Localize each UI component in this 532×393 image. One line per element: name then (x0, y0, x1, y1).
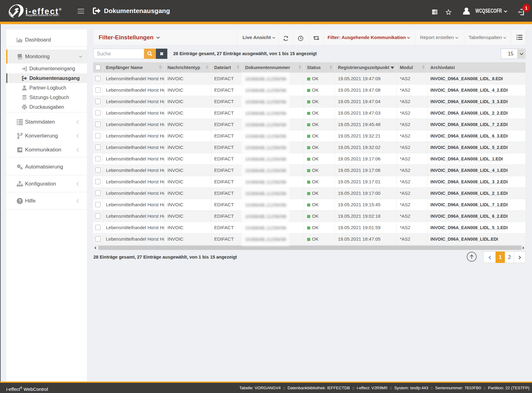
svg-text:?: ? (19, 199, 21, 203)
